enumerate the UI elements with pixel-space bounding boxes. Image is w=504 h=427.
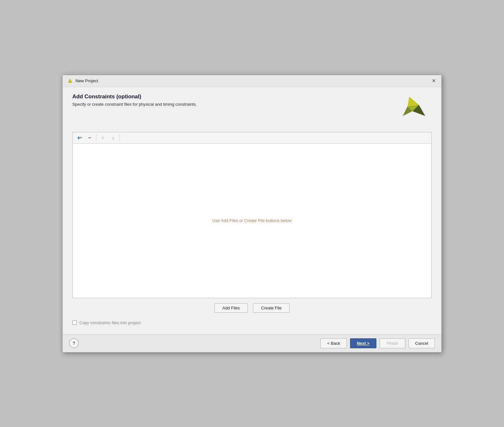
vivado-logo-icon bbox=[396, 95, 428, 124]
close-button[interactable]: ✕ bbox=[430, 78, 437, 84]
copy-constraints-checkbox[interactable] bbox=[72, 320, 77, 325]
move-up-button[interactable]: ↑ bbox=[98, 134, 108, 142]
cancel-button[interactable]: Cancel bbox=[409, 338, 435, 348]
svg-marker-2 bbox=[408, 97, 419, 106]
app-icon bbox=[67, 78, 73, 84]
back-button[interactable]: < Back bbox=[320, 338, 347, 348]
file-list-container: +▾ − ↑ ↓ Use Add Files or Create File bu… bbox=[72, 132, 432, 298]
toolbar-divider-1 bbox=[96, 135, 96, 141]
checkbox-row: Copy constraints files into project bbox=[72, 318, 432, 328]
header-text: Add Constraints (optional) Specify or cr… bbox=[72, 93, 393, 107]
page-title: Add Constraints (optional) bbox=[72, 93, 393, 100]
cancel-label: Cancel bbox=[415, 341, 428, 346]
header-section: Add Constraints (optional) Specify or cr… bbox=[72, 93, 432, 126]
bottom-bar: ? < Back Next > Finish Cancel bbox=[63, 334, 441, 352]
add-file-button[interactable]: +▾ bbox=[75, 134, 84, 142]
help-button[interactable]: ? bbox=[69, 338, 79, 348]
file-list-body: Use Add Files or Create File buttons bel… bbox=[73, 144, 431, 298]
new-project-dialog: New Project ✕ Add Constraints (optional)… bbox=[62, 75, 442, 352]
logo-area bbox=[393, 93, 432, 126]
finish-label: Finish bbox=[387, 341, 398, 346]
next-label: Next > bbox=[357, 341, 369, 346]
bottom-right: < Back Next > Finish Cancel bbox=[320, 338, 435, 348]
action-buttons: Add Files Create File bbox=[72, 303, 432, 313]
title-bar: New Project ✕ bbox=[63, 75, 441, 87]
content-area: Add Constraints (optional) Specify or cr… bbox=[63, 87, 441, 334]
page-subtitle: Specify or create constraint files for p… bbox=[72, 102, 393, 107]
next-button[interactable]: Next > bbox=[350, 338, 376, 348]
toolbar-divider-2 bbox=[120, 135, 120, 141]
copy-constraints-label: Copy constraints files into project bbox=[79, 320, 141, 325]
bottom-left: ? bbox=[69, 338, 79, 348]
create-file-button[interactable]: Create File bbox=[253, 303, 290, 313]
svg-marker-0 bbox=[68, 79, 72, 83]
dialog-title: New Project bbox=[76, 78, 98, 83]
title-bar-left: New Project bbox=[67, 78, 98, 84]
add-files-button[interactable]: Add Files bbox=[214, 303, 248, 313]
empty-list-message: Use Add Files or Create File buttons bel… bbox=[212, 218, 292, 223]
back-label: < Back bbox=[327, 341, 340, 346]
remove-file-button[interactable]: − bbox=[85, 134, 94, 142]
finish-button: Finish bbox=[380, 338, 405, 348]
move-down-button[interactable]: ↓ bbox=[108, 134, 118, 142]
file-toolbar: +▾ − ↑ ↓ bbox=[73, 132, 431, 144]
